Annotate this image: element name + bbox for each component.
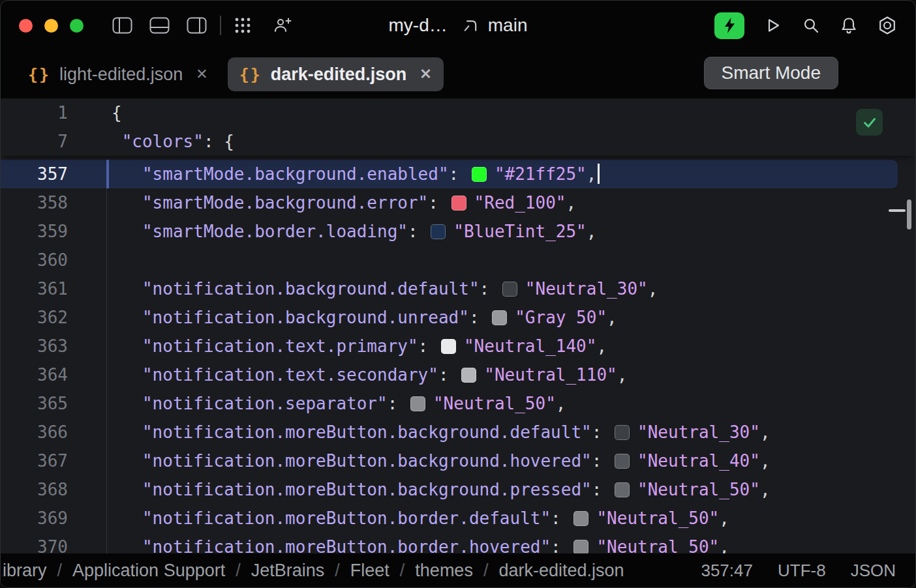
json-file-icon: {}: [239, 65, 262, 84]
color-swatch[interactable]: [472, 167, 487, 182]
bell-icon: [840, 16, 858, 35]
color-swatch[interactable]: [615, 482, 630, 497]
path-segment[interactable]: themes: [415, 561, 473, 581]
branch-widget[interactable]: main: [463, 15, 528, 36]
code-line-366[interactable]: 366 "notification.moreButton.background.…: [1, 418, 915, 447]
titlebar: my-d… main: [1, 1, 915, 50]
code-line-368[interactable]: 368 "notification.moreButton.background.…: [1, 475, 915, 504]
search-button[interactable]: [802, 16, 820, 35]
color-swatch[interactable]: [615, 425, 630, 440]
gutter: 7: [1, 127, 106, 156]
code-content[interactable]: "smartMode.background.error": "Red_100",: [106, 188, 915, 217]
color-swatch[interactable]: [502, 282, 517, 297]
toggle-left-panel-button[interactable]: [112, 17, 132, 34]
workspaces-button[interactable]: [234, 17, 251, 34]
traffic-light-minimize[interactable]: [44, 19, 58, 33]
code-line-364[interactable]: 364 "notification.text.secondary": "Neut…: [1, 360, 915, 389]
line-number: 1: [1, 98, 68, 127]
line-number: 363: [1, 332, 68, 360]
sticky-lines: 1{7 "colors": {: [1, 98, 915, 156]
code-line-7[interactable]: 7 "colors": {: [1, 127, 915, 156]
code-content[interactable]: "notification.moreButton.background.defa…: [106, 418, 915, 447]
path-segment[interactable]: JetBrains: [251, 561, 325, 581]
tab-close-button[interactable]: ✕: [420, 66, 431, 83]
code-line-1[interactable]: 1{: [1, 98, 915, 127]
color-swatch[interactable]: [441, 339, 456, 354]
color-swatch[interactable]: [492, 310, 507, 325]
tab-label: light-edited.json: [59, 65, 183, 85]
notifications-button[interactable]: [840, 16, 858, 35]
traffic-light-close[interactable]: [19, 19, 33, 33]
gear-icon: [878, 16, 897, 35]
path-segment[interactable]: Application Support: [72, 561, 225, 581]
code-content[interactable]: "notification.moreButton.background.hove…: [106, 447, 915, 475]
code-line-361[interactable]: 361 "notification.background.default": "…: [1, 274, 915, 303]
code-line-369[interactable]: 369 "notification.moreButton.border.defa…: [1, 504, 915, 533]
gutter: 359: [1, 217, 106, 246]
path-segment[interactable]: dark-edited.json: [498, 561, 624, 581]
code-content[interactable]: [106, 246, 915, 274]
smart-mode-button[interactable]: [714, 12, 744, 39]
play-icon: [764, 16, 782, 35]
code-content[interactable]: "notification.background.unread": "Gray …: [106, 303, 915, 332]
path-segment[interactable]: Fleet: [350, 561, 389, 581]
code-content[interactable]: "smartMode.background.enabled": "#21ff25…: [106, 160, 898, 188]
file-language[interactable]: JSON: [851, 561, 896, 581]
gutter: 363: [1, 332, 106, 360]
fleet-window: my-d… main: [0, 0, 916, 588]
line-number: 366: [1, 418, 68, 447]
code-content[interactable]: "notification.moreButton.border.hovered"…: [106, 533, 915, 553]
line-number: 362: [1, 303, 68, 332]
line-number: 364: [1, 360, 68, 389]
code-line-365[interactable]: 365 "notification.separator": "Neutral_5…: [1, 389, 915, 418]
line-number: 367: [1, 447, 68, 475]
code-content[interactable]: "smartMode.border.loading": "BlueTint_25…: [106, 217, 915, 246]
run-button[interactable]: [764, 16, 782, 35]
gutter: 364: [1, 360, 106, 389]
code-line-357[interactable]: 357 "smartMode.background.enabled": "#21…: [1, 160, 898, 188]
status-path: Library/Application Support/JetBrains/Fl…: [2, 561, 624, 581]
color-swatch[interactable]: [615, 454, 630, 469]
tab-close-button[interactable]: ✕: [196, 66, 207, 83]
code-content[interactable]: "notification.text.secondary": "Neutral_…: [106, 360, 915, 389]
gutter: 1: [1, 98, 106, 127]
code-line-367[interactable]: 367 "notification.moreButton.background.…: [1, 447, 915, 475]
code-line-362[interactable]: 362 "notification.background.unread": "G…: [1, 303, 915, 332]
color-swatch[interactable]: [573, 511, 588, 526]
caret-position[interactable]: 357:47: [701, 561, 753, 581]
code-content[interactable]: "colors": {: [106, 127, 915, 156]
code-editor[interactable]: 1{7 "colors": { 357 "smartMode.backgroun…: [1, 98, 915, 553]
code-line-359[interactable]: 359 "smartMode.border.loading": "BlueTin…: [1, 217, 915, 246]
toggle-bottom-panel-button[interactable]: [149, 17, 170, 34]
color-swatch[interactable]: [431, 224, 446, 239]
scrollbar-thumb[interactable]: [907, 199, 911, 229]
code-line-358[interactable]: 358 "smartMode.background.error": "Red_1…: [1, 188, 915, 217]
code-content[interactable]: "notification.text.primary": "Neutral_14…: [106, 332, 915, 360]
tab-dark-edited-json[interactable]: {} dark-edited.json ✕: [228, 57, 444, 91]
code-line-363[interactable]: 363 "notification.text.primary": "Neutra…: [1, 332, 915, 360]
tab-light-edited-json[interactable]: {} light-edited.json ✕: [28, 65, 208, 85]
color-swatch[interactable]: [461, 368, 476, 383]
line-number: 357: [1, 160, 68, 188]
settings-button[interactable]: [878, 16, 897, 35]
path-segment[interactable]: Library: [2, 561, 47, 581]
traffic-light-zoom[interactable]: [70, 19, 84, 33]
code-line-370[interactable]: 370 "notification.moreButton.border.hove…: [1, 533, 915, 553]
code-content[interactable]: "notification.moreButton.border.default"…: [106, 504, 915, 533]
code-content[interactable]: "notification.separator": "Neutral_50",: [106, 389, 915, 418]
color-swatch[interactable]: [573, 540, 588, 553]
share-collaborate-button[interactable]: [273, 17, 292, 34]
line-number: 370: [1, 533, 68, 553]
color-swatch[interactable]: [451, 196, 466, 211]
gutter: 362: [1, 303, 106, 332]
color-swatch[interactable]: [410, 396, 425, 411]
code-line-360[interactable]: 360: [1, 246, 915, 274]
code-content[interactable]: {: [106, 98, 915, 127]
workspace-name[interactable]: my-d…: [389, 15, 448, 36]
line-number: 368: [1, 475, 68, 504]
inspections-widget[interactable]: [856, 109, 883, 136]
code-content[interactable]: "notification.background.default": "Neut…: [106, 274, 915, 303]
toggle-right-panel-button[interactable]: [187, 17, 207, 34]
code-content[interactable]: "notification.moreButton.background.pres…: [106, 475, 915, 504]
file-encoding[interactable]: UTF-8: [778, 561, 826, 581]
